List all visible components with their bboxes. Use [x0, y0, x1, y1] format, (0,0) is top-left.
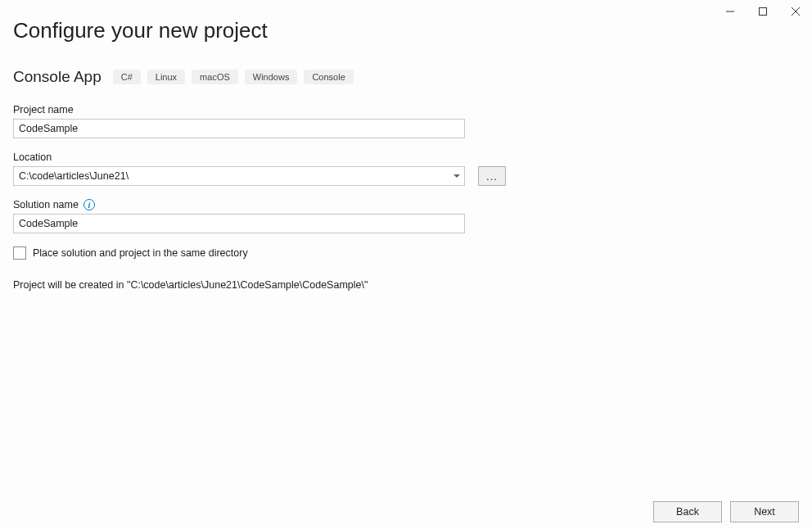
chevron-down-icon [453, 174, 460, 178]
location-label: Location [13, 151, 799, 163]
template-name: Console App [13, 68, 102, 86]
svg-rect-1 [760, 8, 767, 16]
solution-name-label: Solution name [13, 199, 79, 210]
back-button[interactable]: Back [653, 501, 722, 522]
tag: Console [304, 70, 353, 84]
project-path-preview: Project will be created in "C:\code\arti… [13, 279, 799, 291]
project-name-input[interactable] [13, 119, 465, 138]
info-icon[interactable]: i [83, 199, 95, 210]
tag: Windows [245, 70, 298, 84]
browse-button[interactable]: ... [478, 166, 506, 186]
project-name-label: Project name [13, 104, 799, 115]
same-directory-label: Place solution and project in the same d… [33, 247, 248, 259]
tag: C# [113, 70, 141, 84]
page-title: Configure your new project [13, 18, 799, 43]
next-button[interactable]: Next [730, 501, 799, 522]
location-value: C:\code\articles\June21\ [19, 170, 129, 182]
location-combo[interactable]: C:\code\articles\June21\ [13, 166, 465, 186]
tag: Linux [147, 70, 185, 84]
tag: macOS [192, 70, 238, 84]
template-tags: C# Linux macOS Windows Console [113, 70, 354, 84]
solution-name-input[interactable] [13, 214, 465, 233]
same-directory-checkbox[interactable] [13, 246, 26, 260]
